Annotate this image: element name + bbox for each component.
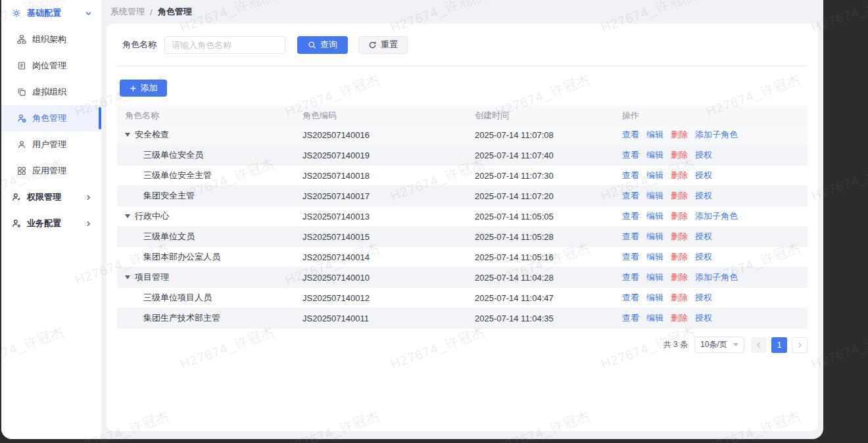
gear-icon [12, 9, 21, 18]
sidebar-item-role-management[interactable]: 角色管理 [1, 105, 101, 131]
query-button[interactable]: 查询 [297, 36, 348, 54]
role-name-input[interactable] [164, 36, 285, 54]
action-edit-link[interactable]: 编辑 [646, 231, 663, 243]
create-time: 2025-07-14 11:05:16 [467, 252, 614, 262]
create-time: 2025-07-14 11:04:47 [467, 293, 614, 303]
action-delete-link[interactable]: 删除 [671, 129, 688, 141]
action-edit-link[interactable]: 编辑 [646, 210, 663, 222]
sidebar-group-permission[interactable]: 权限管理 [1, 184, 101, 210]
table-row: 集团本部办公室人员JS2025071400142025-07-14 11:05:… [117, 247, 808, 268]
create-time: 2025-07-14 11:05:05 [467, 212, 614, 222]
role-user-check-icon [17, 114, 26, 123]
app-window: 基础配置 组织架构 岗位管 [1, 0, 823, 439]
prev-page-button[interactable] [751, 337, 767, 353]
action-view-link[interactable]: 查看 [622, 251, 639, 263]
role-code: JS202507140018 [295, 171, 467, 181]
action-delete-link[interactable]: 删除 [671, 271, 688, 283]
action-add-child-link[interactable]: 添加子角色 [695, 129, 738, 141]
breadcrumb-parent[interactable]: 系统管理 [110, 6, 145, 18]
role-name: 集团安全主管 [143, 190, 195, 202]
action-authorize-link[interactable]: 授权 [695, 190, 712, 202]
actions-cell: 查看编辑删除添加子角色 [614, 129, 808, 141]
action-edit-link[interactable]: 编辑 [646, 251, 663, 263]
add-button[interactable]: 添加 [120, 80, 167, 97]
action-edit-link[interactable]: 编辑 [646, 170, 663, 181]
action-view-link[interactable]: 查看 [622, 312, 639, 324]
page-number-button[interactable]: 1 [771, 337, 787, 353]
role-code: JS202507140011 [295, 314, 467, 323]
role-name-cell: 项目管理 [117, 271, 295, 283]
reset-button[interactable]: 重置 [358, 36, 408, 54]
role-name-cell: 三级单位文员 [117, 231, 295, 243]
action-delete-link[interactable]: 删除 [671, 312, 688, 324]
header-role-code: 角色编码 [295, 110, 467, 122]
actions-cell: 查看编辑删除添加子角色 [614, 210, 808, 222]
action-edit-link[interactable]: 编辑 [646, 149, 663, 161]
role-name: 三级单位文员 [143, 231, 195, 243]
action-delete-link[interactable]: 删除 [671, 251, 688, 263]
action-delete-link[interactable]: 删除 [671, 292, 688, 304]
role-code: JS202507140010 [295, 273, 467, 283]
expand-toggle-icon[interactable] [125, 214, 130, 218]
action-delete-link[interactable]: 删除 [671, 149, 688, 161]
action-view-link[interactable]: 查看 [622, 149, 639, 161]
sidebar-item-org-structure[interactable]: 组织架构 [1, 26, 101, 53]
action-add-child-link[interactable]: 添加子角色 [695, 210, 738, 222]
action-delete-link[interactable]: 删除 [671, 231, 688, 243]
action-authorize-link[interactable]: 授权 [695, 170, 712, 181]
role-code: JS202507140017 [295, 191, 467, 201]
role-name-cell: 行政中心 [117, 210, 295, 222]
copy-icon [17, 87, 26, 97]
page-size-select[interactable]: 10条/页 [694, 337, 744, 353]
role-code: JS202507140016 [295, 130, 467, 140]
sidebar-item-post-management[interactable]: 岗位管理 [1, 53, 101, 79]
actions-cell: 查看编辑删除授权 [614, 170, 808, 181]
actions-cell: 查看编辑删除授权 [614, 251, 808, 263]
action-view-link[interactable]: 查看 [622, 170, 639, 181]
action-delete-link[interactable]: 删除 [671, 170, 688, 181]
action-edit-link[interactable]: 编辑 [646, 292, 663, 304]
expand-toggle-icon[interactable] [125, 133, 130, 137]
sidebar-item-app-management[interactable]: 应用管理 [1, 158, 101, 184]
role-code: JS202507140019 [295, 151, 467, 160]
sidebar-group-business-config[interactable]: 业务配置 [1, 210, 101, 237]
role-name-cell: 集团生产技术部主管 [117, 312, 295, 324]
action-edit-link[interactable]: 编辑 [646, 271, 663, 283]
sidebar-item-label: 虚拟组织 [32, 86, 66, 98]
role-name-cell: 三级单位安全员 [117, 149, 295, 161]
action-edit-link[interactable]: 编辑 [646, 129, 663, 141]
action-view-link[interactable]: 查看 [622, 292, 639, 304]
sidebar-item-virtual-org[interactable]: 虚拟组织 [1, 79, 101, 105]
query-button-label: 查询 [320, 39, 337, 51]
action-delete-link[interactable]: 删除 [671, 210, 688, 222]
action-authorize-link[interactable]: 授权 [695, 149, 712, 161]
action-authorize-link[interactable]: 授权 [695, 292, 712, 304]
sidebar-item-user-management[interactable]: 用户管理 [1, 131, 101, 158]
header-role-name: 角色名称 [117, 110, 295, 122]
action-view-link[interactable]: 查看 [622, 271, 639, 283]
create-time: 2025-07-14 11:07:30 [467, 171, 614, 181]
create-time: 2025-07-14 11:07:40 [467, 151, 614, 160]
next-page-button[interactable] [792, 337, 808, 353]
action-authorize-link[interactable]: 授权 [695, 251, 712, 263]
action-view-link[interactable]: 查看 [622, 210, 639, 222]
plus-icon [130, 85, 137, 92]
page-size-value: 10条/页 [700, 339, 727, 350]
action-authorize-link[interactable]: 授权 [695, 312, 712, 324]
header-create-time: 创建时间 [467, 110, 614, 122]
action-authorize-link[interactable]: 授权 [695, 231, 712, 243]
caret-down-icon [733, 343, 738, 346]
action-add-child-link[interactable]: 添加子角色 [695, 271, 738, 283]
main-content: 系统管理 / 角色管理 角色名称 查询 [101, 0, 823, 439]
action-edit-link[interactable]: 编辑 [646, 312, 663, 324]
action-view-link[interactable]: 查看 [622, 129, 639, 141]
sidebar-item-label: 用户管理 [32, 139, 66, 151]
expand-toggle-icon[interactable] [125, 275, 130, 279]
action-edit-link[interactable]: 编辑 [646, 190, 663, 202]
breadcrumb: 系统管理 / 角色管理 [101, 0, 823, 24]
sidebar-group-basic-config[interactable]: 基础配置 [1, 0, 101, 26]
pagination: 共 3 条 10条/页 1 [117, 337, 808, 353]
action-view-link[interactable]: 查看 [622, 231, 639, 243]
action-view-link[interactable]: 查看 [622, 190, 639, 202]
action-delete-link[interactable]: 删除 [671, 190, 688, 202]
